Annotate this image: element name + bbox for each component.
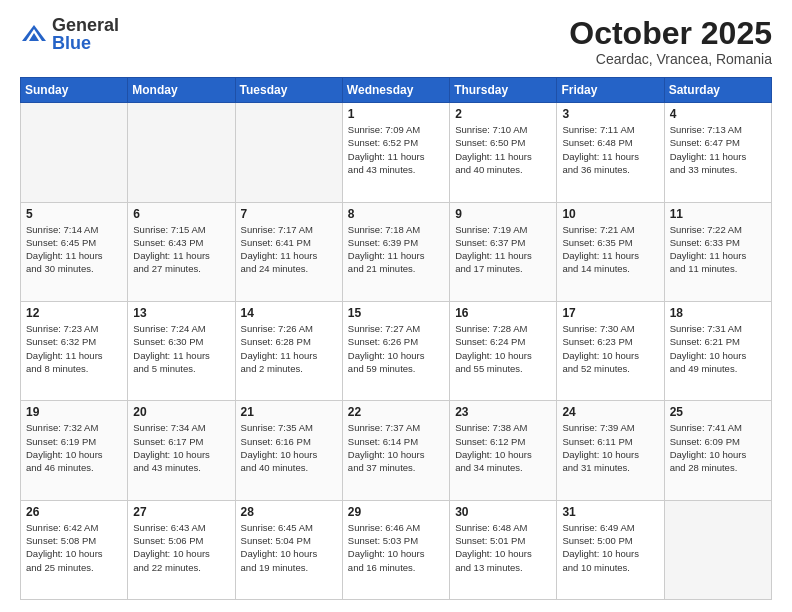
calendar-cell: 26Sunrise: 6:42 AMSunset: 5:08 PMDayligh…: [21, 500, 128, 599]
day-info: Sunrise: 7:28 AMSunset: 6:24 PMDaylight:…: [455, 322, 551, 375]
calendar-cell: [21, 103, 128, 202]
calendar-row-2: 5Sunrise: 7:14 AMSunset: 6:45 PMDaylight…: [21, 202, 772, 301]
calendar: SundayMondayTuesdayWednesdayThursdayFrid…: [20, 77, 772, 600]
calendar-cell: 5Sunrise: 7:14 AMSunset: 6:45 PMDaylight…: [21, 202, 128, 301]
day-info: Sunrise: 6:46 AMSunset: 5:03 PMDaylight:…: [348, 521, 444, 574]
calendar-cell: 15Sunrise: 7:27 AMSunset: 6:26 PMDayligh…: [342, 301, 449, 400]
weekday-header-tuesday: Tuesday: [235, 78, 342, 103]
day-number: 17: [562, 306, 658, 320]
day-info: Sunrise: 7:26 AMSunset: 6:28 PMDaylight:…: [241, 322, 337, 375]
day-number: 8: [348, 207, 444, 221]
calendar-cell: 2Sunrise: 7:10 AMSunset: 6:50 PMDaylight…: [450, 103, 557, 202]
day-info: Sunrise: 6:48 AMSunset: 5:01 PMDaylight:…: [455, 521, 551, 574]
weekday-header-saturday: Saturday: [664, 78, 771, 103]
day-number: 28: [241, 505, 337, 519]
weekday-header-thursday: Thursday: [450, 78, 557, 103]
day-number: 13: [133, 306, 229, 320]
day-info: Sunrise: 7:11 AMSunset: 6:48 PMDaylight:…: [562, 123, 658, 176]
day-number: 31: [562, 505, 658, 519]
calendar-cell: 31Sunrise: 6:49 AMSunset: 5:00 PMDayligh…: [557, 500, 664, 599]
weekday-header-sunday: Sunday: [21, 78, 128, 103]
calendar-cell: 25Sunrise: 7:41 AMSunset: 6:09 PMDayligh…: [664, 401, 771, 500]
logo-icon: [20, 23, 48, 45]
day-info: Sunrise: 6:43 AMSunset: 5:06 PMDaylight:…: [133, 521, 229, 574]
calendar-cell: [664, 500, 771, 599]
day-info: Sunrise: 6:42 AMSunset: 5:08 PMDaylight:…: [26, 521, 122, 574]
calendar-cell: 1Sunrise: 7:09 AMSunset: 6:52 PMDaylight…: [342, 103, 449, 202]
calendar-cell: 23Sunrise: 7:38 AMSunset: 6:12 PMDayligh…: [450, 401, 557, 500]
day-info: Sunrise: 7:22 AMSunset: 6:33 PMDaylight:…: [670, 223, 766, 276]
day-number: 21: [241, 405, 337, 419]
calendar-row-1: 1Sunrise: 7:09 AMSunset: 6:52 PMDaylight…: [21, 103, 772, 202]
day-number: 29: [348, 505, 444, 519]
day-number: 5: [26, 207, 122, 221]
day-number: 2: [455, 107, 551, 121]
calendar-cell: 9Sunrise: 7:19 AMSunset: 6:37 PMDaylight…: [450, 202, 557, 301]
day-info: Sunrise: 6:45 AMSunset: 5:04 PMDaylight:…: [241, 521, 337, 574]
calendar-cell: 30Sunrise: 6:48 AMSunset: 5:01 PMDayligh…: [450, 500, 557, 599]
page: General Blue October 2025 Ceardac, Vranc…: [0, 0, 792, 612]
logo-blue-text: Blue: [52, 33, 91, 53]
calendar-cell: 16Sunrise: 7:28 AMSunset: 6:24 PMDayligh…: [450, 301, 557, 400]
day-number: 15: [348, 306, 444, 320]
day-number: 20: [133, 405, 229, 419]
day-number: 4: [670, 107, 766, 121]
day-number: 9: [455, 207, 551, 221]
day-info: Sunrise: 7:39 AMSunset: 6:11 PMDaylight:…: [562, 421, 658, 474]
weekday-header-row: SundayMondayTuesdayWednesdayThursdayFrid…: [21, 78, 772, 103]
location: Ceardac, Vrancea, Romania: [569, 51, 772, 67]
day-info: Sunrise: 7:35 AMSunset: 6:16 PMDaylight:…: [241, 421, 337, 474]
day-info: Sunrise: 7:32 AMSunset: 6:19 PMDaylight:…: [26, 421, 122, 474]
day-number: 30: [455, 505, 551, 519]
day-number: 10: [562, 207, 658, 221]
day-info: Sunrise: 7:19 AMSunset: 6:37 PMDaylight:…: [455, 223, 551, 276]
calendar-cell: 4Sunrise: 7:13 AMSunset: 6:47 PMDaylight…: [664, 103, 771, 202]
day-number: 16: [455, 306, 551, 320]
calendar-cell: 7Sunrise: 7:17 AMSunset: 6:41 PMDaylight…: [235, 202, 342, 301]
calendar-cell: 18Sunrise: 7:31 AMSunset: 6:21 PMDayligh…: [664, 301, 771, 400]
calendar-cell: 12Sunrise: 7:23 AMSunset: 6:32 PMDayligh…: [21, 301, 128, 400]
calendar-cell: 28Sunrise: 6:45 AMSunset: 5:04 PMDayligh…: [235, 500, 342, 599]
calendar-cell: 13Sunrise: 7:24 AMSunset: 6:30 PMDayligh…: [128, 301, 235, 400]
logo: General Blue: [20, 16, 119, 52]
day-info: Sunrise: 7:38 AMSunset: 6:12 PMDaylight:…: [455, 421, 551, 474]
calendar-cell: 29Sunrise: 6:46 AMSunset: 5:03 PMDayligh…: [342, 500, 449, 599]
day-info: Sunrise: 6:49 AMSunset: 5:00 PMDaylight:…: [562, 521, 658, 574]
day-info: Sunrise: 7:14 AMSunset: 6:45 PMDaylight:…: [26, 223, 122, 276]
day-number: 26: [26, 505, 122, 519]
day-info: Sunrise: 7:09 AMSunset: 6:52 PMDaylight:…: [348, 123, 444, 176]
day-number: 18: [670, 306, 766, 320]
day-info: Sunrise: 7:15 AMSunset: 6:43 PMDaylight:…: [133, 223, 229, 276]
day-number: 22: [348, 405, 444, 419]
day-number: 12: [26, 306, 122, 320]
calendar-cell: 8Sunrise: 7:18 AMSunset: 6:39 PMDaylight…: [342, 202, 449, 301]
day-number: 7: [241, 207, 337, 221]
day-number: 27: [133, 505, 229, 519]
calendar-cell: 6Sunrise: 7:15 AMSunset: 6:43 PMDaylight…: [128, 202, 235, 301]
day-number: 1: [348, 107, 444, 121]
calendar-cell: 24Sunrise: 7:39 AMSunset: 6:11 PMDayligh…: [557, 401, 664, 500]
day-info: Sunrise: 7:37 AMSunset: 6:14 PMDaylight:…: [348, 421, 444, 474]
calendar-row-5: 26Sunrise: 6:42 AMSunset: 5:08 PMDayligh…: [21, 500, 772, 599]
calendar-cell: 27Sunrise: 6:43 AMSunset: 5:06 PMDayligh…: [128, 500, 235, 599]
month-title: October 2025: [569, 16, 772, 51]
title-block: October 2025 Ceardac, Vrancea, Romania: [569, 16, 772, 67]
calendar-cell: 10Sunrise: 7:21 AMSunset: 6:35 PMDayligh…: [557, 202, 664, 301]
weekday-header-friday: Friday: [557, 78, 664, 103]
calendar-cell: 14Sunrise: 7:26 AMSunset: 6:28 PMDayligh…: [235, 301, 342, 400]
day-number: 25: [670, 405, 766, 419]
weekday-header-wednesday: Wednesday: [342, 78, 449, 103]
day-info: Sunrise: 7:24 AMSunset: 6:30 PMDaylight:…: [133, 322, 229, 375]
day-number: 23: [455, 405, 551, 419]
calendar-cell: 20Sunrise: 7:34 AMSunset: 6:17 PMDayligh…: [128, 401, 235, 500]
calendar-cell: 19Sunrise: 7:32 AMSunset: 6:19 PMDayligh…: [21, 401, 128, 500]
calendar-cell: 21Sunrise: 7:35 AMSunset: 6:16 PMDayligh…: [235, 401, 342, 500]
day-number: 11: [670, 207, 766, 221]
logo-general-text: General: [52, 15, 119, 35]
calendar-cell: 3Sunrise: 7:11 AMSunset: 6:48 PMDaylight…: [557, 103, 664, 202]
calendar-cell: 22Sunrise: 7:37 AMSunset: 6:14 PMDayligh…: [342, 401, 449, 500]
calendar-cell: [235, 103, 342, 202]
calendar-row-3: 12Sunrise: 7:23 AMSunset: 6:32 PMDayligh…: [21, 301, 772, 400]
day-info: Sunrise: 7:31 AMSunset: 6:21 PMDaylight:…: [670, 322, 766, 375]
day-info: Sunrise: 7:23 AMSunset: 6:32 PMDaylight:…: [26, 322, 122, 375]
